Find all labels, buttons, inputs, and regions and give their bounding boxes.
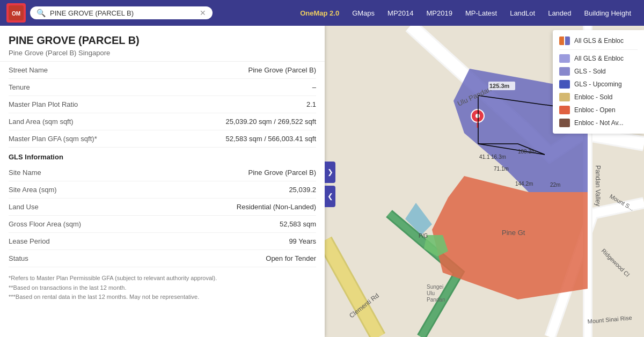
svg-text:Ulu: Ulu [427, 290, 435, 296]
detail-label: Street Name [9, 66, 48, 74]
detail-row: Master Plan Plot Ratio 2.1 [9, 96, 316, 113]
gls-detail-row: Site Area (sqm) 25,039.2 [9, 181, 316, 199]
clear-search-button[interactable]: ✕ [200, 9, 206, 17]
legend-label: GLS - Upcoming [574, 80, 622, 88]
svg-text:125.3m: 125.3m [489, 83, 510, 89]
legend-label: Enbloc - Not Av... [574, 119, 624, 127]
map-expand-button[interactable]: ❮ [325, 186, 335, 207]
main-content: PINE GROVE (PARCEL B) Pine Grove (Parcel… [0, 26, 644, 337]
gls-detail-row: Gross Floor Area (sqm) 52,583 sqm [9, 216, 316, 233]
nav-landlot[interactable]: LandLot [503, 5, 541, 21]
nav-building-height[interactable]: Building Height [578, 5, 638, 21]
gls-detail-value: Open for Tender [28, 254, 316, 262]
svg-point-7 [475, 114, 480, 118]
gls-detail-value: Pine Grove (Parcel B) [41, 169, 316, 177]
footnote-text: *Refers to Master Plan Permissible GFA (… [9, 274, 316, 283]
nav-gmaps[interactable]: GMaps [346, 5, 381, 21]
detail-label: Land Area (sqm sqft) [9, 118, 74, 126]
svg-text:Pine Gt: Pine Gt [502, 229, 525, 237]
legend-item-all-gls-enbloc-multi: All GLS & Enbloc [559, 34, 638, 47]
svg-text:144.2m: 144.2m [515, 181, 533, 187]
svg-text:P/G: P/G [419, 233, 428, 239]
property-subtitle: Pine Grove (Parcel B) Singapore [9, 49, 316, 57]
gls-detail-label: Site Area (sqm) [9, 186, 57, 194]
svg-text:16.3m: 16.3m [491, 154, 506, 160]
detail-row: Master Plan GFA (sqm sqft)* 52,583 sqm /… [9, 130, 316, 148]
gls-detail-value: 25,039.2 [57, 186, 316, 194]
svg-text:OM: OM [12, 11, 20, 17]
svg-text:Pandan: Pandan [427, 297, 445, 303]
legend-item-enbloc-not-av: Enbloc - Not Av... [559, 116, 638, 129]
gls-detail-label: Land Use [9, 203, 39, 211]
map-container[interactable]: Ulu Pandan Rd Pine Gt Pandan Valley Moun… [325, 26, 644, 337]
detail-value: 2.1 [78, 100, 316, 108]
legend-label: All GLS & Enbloc [574, 55, 624, 62]
gls-detail-value: Residential (Non-Landed) [39, 203, 316, 211]
detail-row: Street Name Pine Grove (Parcel B) [9, 62, 316, 79]
legend-item-enbloc-open: Enbloc - Open [559, 104, 638, 116]
gls-detail-value: 52,583 sqm [81, 220, 316, 228]
detail-value: 52,583 sqm / 566,003.41 sqft [97, 135, 316, 143]
legend-item-gls-sold: GLS - Sold [559, 65, 638, 78]
detail-label: Master Plan GFA (sqm sqft)* [9, 135, 97, 143]
nav-landed[interactable]: Landed [541, 5, 577, 21]
svg-text:Pandan Valley: Pandan Valley [594, 165, 602, 207]
svg-text:22m: 22m [550, 182, 560, 188]
logo: OM [6, 3, 26, 23]
legend-panel: All GLS & Enbloc All GLS & Enbloc GLS - … [553, 30, 644, 134]
gls-detail-label: Lease Period [9, 237, 50, 245]
svg-text:180.3m: 180.3m [518, 149, 536, 155]
detail-label: Tenure [9, 83, 30, 91]
footnote-text: **Based on transactions in the last 12 m… [9, 283, 316, 293]
map-collapse-button[interactable]: ❯ [325, 162, 335, 183]
gls-detail-label: Status [9, 254, 28, 262]
legend-color-enbloc-open [559, 106, 570, 114]
detail-label: Master Plan Plot Ratio [9, 100, 78, 108]
detail-value: Pine Grove (Parcel B) [48, 66, 316, 74]
legend-label: Enbloc - Open [574, 106, 616, 114]
property-details: Street Name Pine Grove (Parcel B) Tenure… [0, 62, 325, 267]
gls-detail-row: Site Name Pine Grove (Parcel B) [9, 164, 316, 181]
nav-onemap[interactable]: OneMap 2.0 [294, 5, 346, 21]
gls-detail-value: 99 Years [50, 237, 316, 245]
search-icon: 🔍 [36, 9, 46, 17]
gls-detail-row: Land Use Residential (Non-Landed) [9, 199, 316, 216]
search-bar: 🔍 ✕ [30, 6, 213, 19]
legend-color-all-gls [559, 54, 570, 63]
footnotes: *Refers to Master Plan Permissible GFA (… [0, 267, 325, 309]
legend-label: GLS - Sold [574, 68, 606, 75]
nav-mp2019[interactable]: MP2019 [420, 5, 458, 21]
property-title: PINE GROVE (PARCEL B) [9, 34, 316, 47]
legend-item-all-gls-enbloc: All GLS & Enbloc [559, 52, 638, 65]
legend-color-enbloc-sold [559, 93, 570, 101]
legend-color-gls-sold [559, 67, 570, 76]
legend-item-gls-upcoming: GLS - Upcoming [559, 78, 638, 91]
property-header: PINE GROVE (PARCEL B) Pine Grove (Parcel… [0, 26, 325, 62]
nav-links: OneMap 2.0 GMaps MP2014 MP2019 MP-Latest… [294, 5, 638, 21]
svg-text:Sungei: Sungei [427, 284, 443, 290]
detail-row: Land Area (sqm sqft) 25,039.20 sqm / 269… [9, 113, 316, 130]
nav-mp-latest[interactable]: MP-Latest [459, 5, 503, 21]
legend-color-gls-upcoming [559, 80, 570, 89]
left-panel: PINE GROVE (PARCEL B) Pine Grove (Parcel… [0, 26, 325, 337]
svg-text:71.1m: 71.1m [494, 166, 509, 172]
gls-detail-row: Status Open for Tender [9, 250, 316, 267]
gls-detail-label: Site Name [9, 169, 41, 177]
gls-detail-label: Gross Floor Area (sqm) [9, 220, 81, 228]
top-navigation: OM 🔍 ✕ OneMap 2.0 GMaps MP2014 MP2019 MP… [0, 0, 644, 26]
legend-label: All GLS & Enbloc [574, 37, 624, 45]
nav-mp2014[interactable]: MP2014 [381, 5, 420, 21]
legend-item-enbloc-sold: Enbloc - Sold [559, 91, 638, 104]
legend-color-enbloc-not-av [559, 119, 570, 127]
detail-value: 25,039.20 sqm / 269,522 sqft [74, 118, 316, 126]
search-input[interactable] [50, 9, 195, 17]
detail-value: – [30, 83, 316, 91]
gls-detail-row: Lease Period 99 Years [9, 233, 316, 250]
detail-row: Tenure – [9, 79, 316, 96]
svg-text:41.1: 41.1 [479, 154, 490, 160]
legend-label: Enbloc - Sold [574, 93, 612, 101]
footnote-text: ***Based on rental data in the last 12 m… [9, 292, 316, 302]
gls-section-header: GLS Information [9, 148, 316, 164]
